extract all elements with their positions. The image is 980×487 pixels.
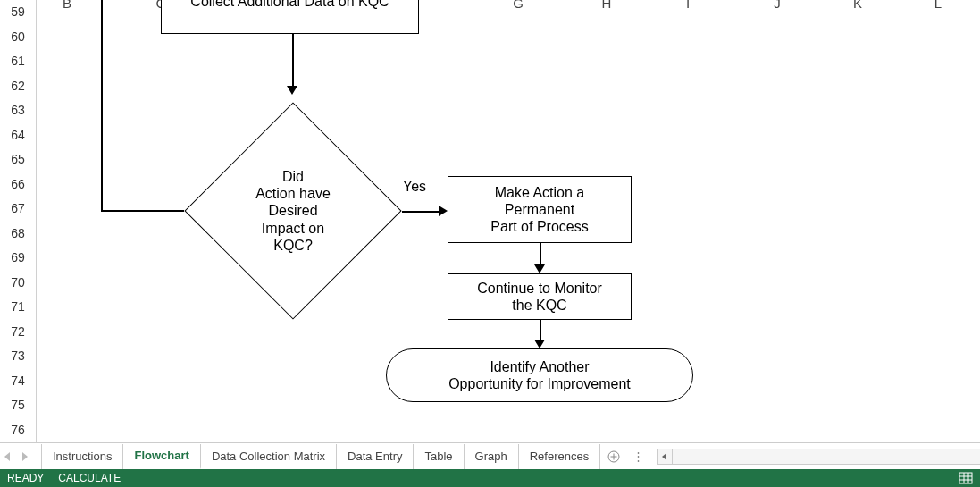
flow-arrow xyxy=(402,211,440,213)
column-header[interactable]: J xyxy=(733,0,822,13)
row-header[interactable]: 67 xyxy=(0,197,36,221)
row-header[interactable]: 71 xyxy=(0,295,36,319)
column-header[interactable]: K xyxy=(813,0,902,13)
row-header[interactable]: 61 xyxy=(0,49,36,73)
row-header[interactable]: 73 xyxy=(0,344,36,368)
flow-process-label: Make Action a Permanent Part of Process xyxy=(490,184,588,236)
view-controls xyxy=(959,472,973,484)
arrowhead-down-icon xyxy=(534,264,545,273)
scroll-left-button[interactable] xyxy=(657,449,673,465)
row-header[interactable]: 66 xyxy=(0,172,36,197)
spreadsheet-grid[interactable]: BCDEFGHIJKL 5960616263646566676869707172… xyxy=(0,0,980,442)
sheet-tab[interactable]: Instructions xyxy=(41,444,123,469)
row-header[interactable]: 69 xyxy=(0,246,36,270)
flow-process-permanent[interactable]: Make Action a Permanent Part of Process xyxy=(448,176,632,243)
sheet-tab[interactable]: Data Collection Matrix xyxy=(201,444,337,469)
svg-marker-5 xyxy=(662,453,666,460)
arrowhead-down-icon xyxy=(534,340,545,348)
row-header[interactable]: 59 xyxy=(0,0,36,24)
status-bar: READY CALCULATE xyxy=(0,469,980,487)
sheet-tab[interactable]: Flowchart xyxy=(123,444,200,469)
row-header[interactable]: 68 xyxy=(0,222,36,246)
tab-menu-icon[interactable]: ⋮ xyxy=(627,449,649,463)
flow-decision[interactable]: Did Action have Desired Impact on KQC? xyxy=(184,95,402,327)
flow-process-collect[interactable]: Collect Additional Data on KQC xyxy=(161,0,419,34)
flow-arrow xyxy=(540,320,541,341)
sheet-tab[interactable]: Table xyxy=(414,444,464,469)
sheet-tab[interactable]: References xyxy=(519,444,600,469)
arrowhead-right-icon xyxy=(439,206,448,216)
tab-nav-prev[interactable] xyxy=(0,444,16,469)
plus-circle-icon xyxy=(607,450,620,463)
row-header[interactable]: 70 xyxy=(0,271,36,295)
row-header-divider xyxy=(36,0,37,442)
svg-marker-0 xyxy=(4,452,10,461)
flow-arrow xyxy=(292,34,294,88)
sheet-tabs-bar: InstructionsFlowchartData Collection Mat… xyxy=(0,442,980,469)
sheet-tab[interactable]: Graph xyxy=(465,444,519,469)
flow-decision-label: Did Action have Desired Impact on KQC? xyxy=(255,168,331,254)
row-header[interactable]: 76 xyxy=(0,418,36,442)
chevron-left-icon xyxy=(4,452,12,461)
flow-connector xyxy=(101,210,184,212)
row-header[interactable]: 62 xyxy=(0,74,36,98)
column-header[interactable]: B xyxy=(22,0,112,13)
add-sheet-button[interactable] xyxy=(600,444,627,469)
row-header[interactable]: 64 xyxy=(0,123,36,147)
svg-rect-6 xyxy=(959,473,972,483)
status-ready: READY xyxy=(7,472,44,484)
row-header[interactable]: 60 xyxy=(0,25,36,49)
column-header[interactable]: L xyxy=(893,0,980,13)
flow-terminator-identify[interactable]: Identify Another Opportunity for Improve… xyxy=(386,348,693,402)
flow-branch-label-yes: Yes xyxy=(403,179,426,195)
sheet-tab[interactable]: Data Entry xyxy=(337,444,414,469)
arrowhead-down-icon xyxy=(287,86,297,95)
flow-process-monitor[interactable]: Continue to Monitor the KQC xyxy=(448,273,632,320)
horizontal-scrollbar[interactable] xyxy=(649,449,980,465)
flow-process-label: Continue to Monitor the KQC xyxy=(477,280,602,314)
tab-nav-next[interactable] xyxy=(16,444,32,469)
triangle-left-icon xyxy=(661,452,668,461)
flow-terminator-label: Identify Another Opportunity for Improve… xyxy=(448,358,631,392)
column-header[interactable]: H xyxy=(562,0,651,13)
view-grid-icon[interactable] xyxy=(959,472,973,484)
row-header[interactable]: 74 xyxy=(0,369,36,393)
row-header[interactable]: 75 xyxy=(0,393,36,417)
row-header[interactable]: 72 xyxy=(0,320,36,344)
flow-arrow xyxy=(540,243,541,266)
row-header[interactable]: 63 xyxy=(0,98,36,122)
status-calculate[interactable]: CALCULATE xyxy=(58,472,121,484)
flow-process-label: Collect Additional Data on KQC xyxy=(190,0,389,11)
scroll-track[interactable] xyxy=(673,449,980,465)
row-header[interactable]: 65 xyxy=(0,147,36,172)
chevron-right-icon xyxy=(21,452,28,461)
column-header[interactable]: I xyxy=(643,0,733,13)
flow-connector xyxy=(101,0,103,210)
column-header[interactable]: G xyxy=(473,0,563,13)
svg-marker-1 xyxy=(22,452,28,461)
